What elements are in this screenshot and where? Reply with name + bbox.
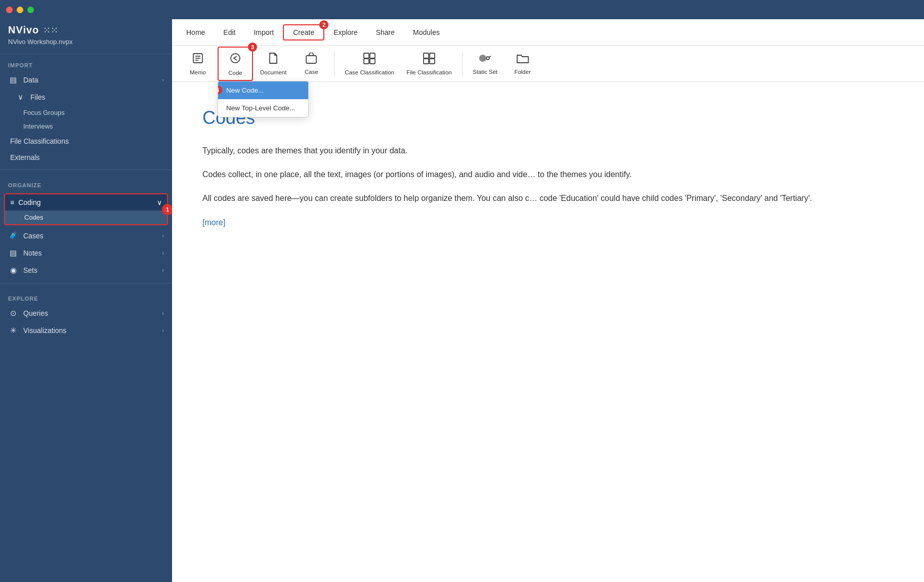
code-icon (229, 52, 242, 68)
maximize-button[interactable] (27, 7, 34, 13)
codes-label: Codes (24, 214, 44, 221)
divider (0, 170, 172, 170)
coding-label: Coding (18, 198, 40, 206)
svg-rect-7 (370, 53, 375, 58)
static-set-label: Static Set (473, 69, 497, 75)
menu-edit[interactable]: Edit (214, 25, 244, 39)
visualizations-label: Visualizations (23, 326, 66, 335)
code-label: Code (228, 70, 242, 76)
data-icon: ▤ (8, 75, 18, 85)
toolbar-static-set-button[interactable]: Static Set (468, 49, 503, 79)
case-icon (305, 53, 317, 67)
content-para-3: All codes are saved here—you can create … (202, 191, 894, 205)
menu-explore[interactable]: Explore (324, 25, 366, 39)
menu-create-wrapper: Create 2 (283, 24, 324, 40)
file-classifications-label: File Classifications (10, 137, 69, 145)
document-label: Document (260, 69, 286, 75)
project-name: NVivo Workshop.nvpx (8, 38, 164, 46)
menu-share[interactable]: Share (367, 25, 404, 39)
code-button-wrapper: Code 3 4 New Code... New Top-Level Code.… (218, 47, 253, 81)
coding-icon: ≡ (10, 198, 14, 206)
chevron-icon: › (162, 310, 164, 317)
sidebar-item-label: Data (23, 76, 38, 84)
step3-badge: 3 (248, 43, 257, 52)
toolbar-separator2 (462, 51, 463, 76)
visualizations-icon: ✳ (8, 326, 18, 335)
logo-icon: ⁙⁙ (43, 25, 58, 36)
chevron-icon: › (162, 250, 164, 257)
menu-import[interactable]: Import (244, 25, 283, 39)
explore-section-label: EXPLORE (0, 287, 172, 305)
case-classification-label: Case Classification (345, 69, 394, 75)
static-set-icon (479, 53, 492, 67)
sidebar-item-queries[interactable]: ⊙ Queries › (0, 305, 172, 322)
more-link[interactable]: [more] (202, 218, 225, 227)
step4-wrapper: 4 New Code... (218, 81, 308, 99)
step2-badge: 2 (319, 20, 328, 29)
chevron-icon: ∨ (157, 198, 162, 206)
interviews-label: Interviews (23, 122, 53, 130)
sidebar-item-file-classifications[interactable]: File Classifications (0, 133, 172, 149)
sidebar-item-coding[interactable]: ≡ Coding ∨ (5, 194, 167, 211)
logo-text: NVivo (8, 24, 39, 36)
toolbar-code-button[interactable]: Code (218, 47, 253, 81)
file-classification-label: File Classification (406, 69, 451, 75)
sidebar-item-codes[interactable]: Codes (5, 211, 167, 224)
code-dropdown-menu: 4 New Code... New Top-Level Code... (218, 81, 309, 117)
sidebar-item-focus-groups[interactable]: Focus Groups (0, 106, 172, 119)
toolbar-case-button[interactable]: Case (293, 49, 329, 79)
toolbar-folder-button[interactable]: Folder (505, 49, 540, 79)
app-body: NVivo ⁙⁙ NVivo Workshop.nvpx IMPORT ▤ Da… (0, 19, 924, 582)
sidebar-item-data[interactable]: ▤ Data › (0, 71, 172, 89)
memo-label: Memo (190, 69, 206, 75)
sets-icon: ◉ (8, 266, 18, 275)
notes-icon: ▤ (8, 248, 18, 258)
sidebar-item-label: Files (30, 93, 46, 101)
cases-icon: 🧳 (8, 231, 18, 240)
notes-label: Notes (23, 249, 42, 257)
folder-icon (516, 53, 529, 67)
chevron-icon: › (162, 327, 164, 334)
content-para-2: Codes collect, in one place, all the tex… (202, 168, 894, 181)
toolbar-file-classification-button[interactable]: File Classification (401, 48, 456, 79)
case-label: Case (305, 69, 318, 75)
toolbar: Memo Code 3 4 (172, 46, 924, 82)
sidebar-item-cases[interactable]: 🧳 Cases › (0, 227, 172, 244)
sidebar-item-interviews[interactable]: Interviews (0, 119, 172, 133)
sidebar-item-visualizations[interactable]: ✳ Visualizations › (0, 322, 172, 339)
folder-label: Folder (514, 69, 531, 75)
toolbar-memo-button[interactable]: Memo (180, 48, 216, 79)
memo-icon (192, 52, 204, 67)
sidebar-item-files[interactable]: ∨ Files (0, 89, 172, 106)
case-classification-icon (363, 52, 376, 67)
queries-label: Queries (23, 309, 48, 317)
svg-rect-11 (430, 53, 435, 58)
import-section-label: IMPORT (0, 54, 172, 71)
dropdown-new-code[interactable]: New Code... (218, 81, 308, 99)
sidebar-item-notes[interactable]: ▤ Notes › (0, 244, 172, 262)
menu-create[interactable]: Create (283, 24, 324, 40)
organize-section-label: ORGANIZE (0, 174, 172, 191)
svg-rect-12 (424, 59, 429, 64)
focus-groups-label: Focus Groups (23, 109, 65, 116)
content-para-1: Typically, codes are themes that you ide… (202, 144, 894, 157)
svg-rect-13 (430, 59, 435, 64)
close-button[interactable] (6, 7, 13, 13)
svg-rect-6 (364, 53, 369, 58)
sidebar-item-externals[interactable]: Externals (0, 149, 172, 165)
toolbar-case-classification-button[interactable]: Case Classification (340, 48, 399, 79)
menu-modules[interactable]: Modules (404, 25, 449, 39)
svg-rect-5 (306, 56, 316, 63)
content-more[interactable]: [more] (202, 216, 894, 229)
sidebar-header: NVivo ⁙⁙ NVivo Workshop.nvpx (0, 19, 172, 54)
sidebar: NVivo ⁙⁙ NVivo Workshop.nvpx IMPORT ▤ Da… (0, 19, 172, 582)
menu-home[interactable]: Home (177, 25, 214, 39)
toolbar-document-button[interactable]: Document (255, 48, 291, 79)
toolbar-separator (334, 51, 334, 76)
cases-label: Cases (23, 232, 44, 240)
dropdown-new-top-level-code[interactable]: New Top-Level Code... (218, 99, 308, 117)
svg-point-14 (479, 55, 486, 62)
sets-label: Sets (23, 266, 37, 274)
minimize-button[interactable] (17, 7, 23, 13)
sidebar-item-sets[interactable]: ◉ Sets › (0, 262, 172, 279)
